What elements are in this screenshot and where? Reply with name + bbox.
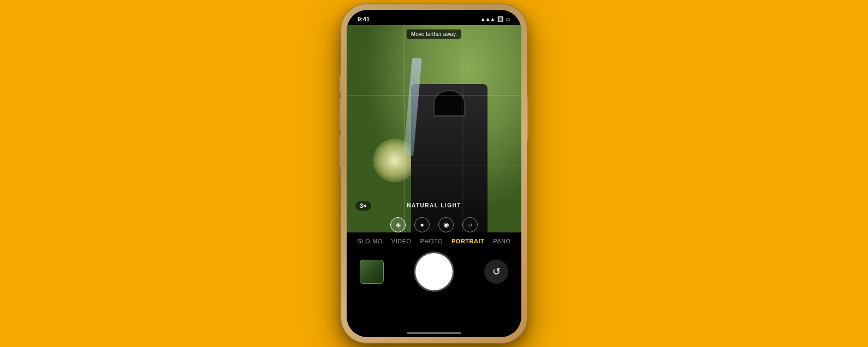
- status-icons: ▲▲▲ 🔳 ▭: [480, 16, 510, 22]
- distance-tooltip: Move farther away.: [407, 29, 461, 39]
- camera-controls: SLO-MO VIDEO PHOTO PORTRAIT PANO ↺: [347, 232, 521, 337]
- battery-icon: ▭: [506, 16, 510, 22]
- mode-selector: SLO-MO VIDEO PHOTO PORTRAIT PANO: [347, 232, 521, 249]
- flip-camera-icon: ↺: [492, 266, 501, 278]
- camera-viewfinder[interactable]: Move farther away. 3× NATURAL LIGHT ◈ ● …: [347, 25, 521, 237]
- shutter-button[interactable]: [415, 253, 453, 290]
- fountain-object: [411, 84, 487, 237]
- zoom-badge[interactable]: 3×: [355, 201, 371, 211]
- thumbnail-image: [360, 260, 383, 283]
- fountain-hole: [433, 89, 466, 117]
- natural-light-label: NATURAL LIGHT: [407, 202, 461, 208]
- silent-switch: [340, 75, 341, 93]
- lighting-icons-row: ◈ ● ◉ ○: [347, 217, 521, 232]
- stage-light-icon[interactable]: ○: [462, 217, 478, 232]
- status-time: 9:41: [358, 16, 370, 22]
- notch: [401, 10, 467, 25]
- studio-light-icon[interactable]: ●: [414, 217, 430, 232]
- wifi-icon: 🔳: [497, 16, 503, 22]
- home-indicator[interactable]: [407, 332, 461, 334]
- mode-photo[interactable]: PHOTO: [420, 238, 443, 244]
- phone-device: 9:41 ▲▲▲ 🔳 ▭ Move farther awa: [341, 4, 527, 343]
- volume-up-button[interactable]: [340, 98, 341, 130]
- phone-screen: 9:41 ▲▲▲ 🔳 ▭ Move farther awa: [347, 10, 521, 337]
- contour-light-icon[interactable]: ◉: [438, 217, 454, 232]
- flip-camera-button[interactable]: ↺: [484, 260, 508, 284]
- mode-slo-mo[interactable]: SLO-MO: [357, 238, 382, 244]
- natural-light-icon[interactable]: ◈: [390, 217, 406, 232]
- volume-down-button[interactable]: [340, 135, 341, 167]
- signal-icon: ▲▲▲: [480, 16, 495, 22]
- shutter-row: ↺: [347, 249, 521, 295]
- photo-thumbnail[interactable]: [360, 260, 384, 284]
- mode-video[interactable]: VIDEO: [391, 238, 412, 244]
- mode-portrait[interactable]: PORTRAIT: [451, 238, 484, 244]
- power-button[interactable]: [527, 97, 528, 141]
- mode-pano[interactable]: PANO: [493, 238, 510, 244]
